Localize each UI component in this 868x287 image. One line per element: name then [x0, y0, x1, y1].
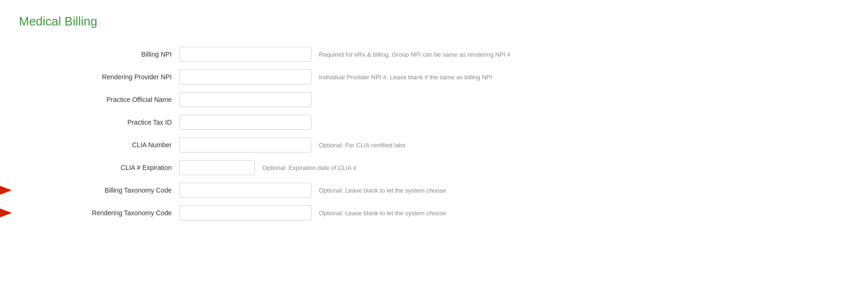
form-row-billing-taxonomy-code: Billing Taxonomy Code Optional: Leave bl…: [19, 179, 849, 202]
arrow-billing-taxonomy: [0, 184, 14, 197]
hint-billing-taxonomy-code: Optional: Leave blank to let the system …: [319, 187, 849, 194]
form-row-clia-number: CLIA Number Optional: For CLIA certified…: [19, 134, 849, 156]
label-rendering-taxonomy-code: Rendering Taxonomy Code: [19, 209, 179, 217]
page-title: Medical Billing: [19, 14, 849, 29]
medical-billing-form: Billing NPI Required for eRx & billing. …: [19, 43, 849, 224]
arrow-icon-rendering: [0, 206, 14, 219]
label-clia-number: CLIA Number: [19, 141, 179, 149]
hint-rendering-provider-npi: Individual Provider NPI #. Leave blank i…: [319, 74, 849, 81]
input-practice-tax-id[interactable]: [179, 115, 311, 130]
form-row-billing-npi: Billing NPI Required for eRx & billing. …: [19, 43, 849, 66]
page-container: Medical Billing Billing NPI Required for…: [0, 0, 868, 238]
input-billing-taxonomy-code[interactable]: [179, 183, 311, 198]
form-row-practice-official-name: Practice Official Name: [19, 88, 849, 111]
form-row-practice-tax-id: Practice Tax ID: [19, 111, 849, 134]
hint-billing-npi: Required for eRx & billing. Group NPI ca…: [319, 51, 849, 58]
label-practice-official-name: Practice Official Name: [19, 96, 179, 103]
arrow-icon-billing: [0, 184, 14, 197]
input-billing-npi[interactable]: [179, 47, 311, 62]
form-row-rendering-provider-npi: Rendering Provider NPI Individual Provid…: [19, 66, 849, 88]
hint-clia-number: Optional: For CLIA certified labs: [319, 142, 849, 149]
input-clia-number[interactable]: [179, 137, 311, 152]
hint-rendering-taxonomy-code: Optional: Leave blank to let the system …: [319, 210, 849, 217]
label-billing-taxonomy-code: Billing Taxonomy Code: [19, 186, 179, 194]
label-billing-npi: Billing NPI: [19, 51, 179, 58]
input-rendering-taxonomy-code[interactable]: [179, 205, 311, 220]
label-clia-expiration: CLIA # Expiration: [19, 164, 179, 171]
input-practice-official-name[interactable]: [179, 92, 311, 107]
form-row-clia-expiration: CLIA # Expiration Optional: Expiration d…: [19, 156, 849, 179]
input-rendering-provider-npi[interactable]: [179, 69, 311, 84]
arrow-rendering-taxonomy: [0, 206, 14, 219]
label-rendering-provider-npi: Rendering Provider NPI: [19, 73, 179, 81]
form-row-rendering-taxonomy-code: Rendering Taxonomy Code Optional: Leave …: [19, 202, 849, 224]
hint-clia-expiration: Optional: Expiration date of CLIA #: [262, 164, 849, 171]
input-clia-expiration[interactable]: [179, 160, 255, 175]
label-practice-tax-id: Practice Tax ID: [19, 118, 179, 126]
